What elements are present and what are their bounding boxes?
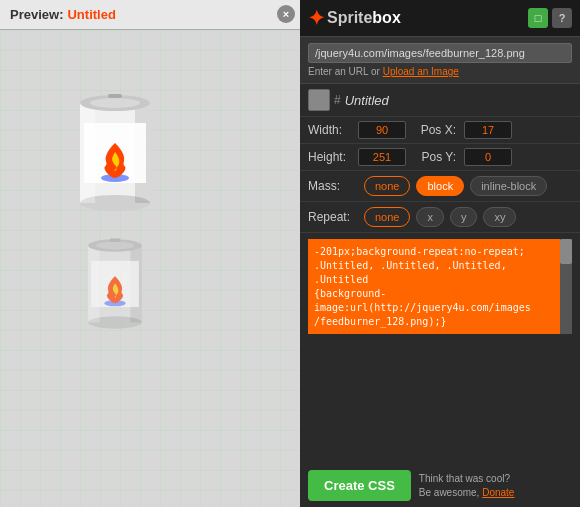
width-input[interactable] <box>358 121 406 139</box>
repeat-label: Repeat: <box>308 210 358 224</box>
logo-star-icon: ✦ <box>308 6 325 30</box>
create-css-button[interactable]: Create CSS <box>308 470 411 501</box>
repeat-none-button[interactable]: none <box>364 207 410 227</box>
repeat-x-button[interactable]: x <box>416 207 444 227</box>
upload-hint: Enter an URL or Upload an Image <box>308 66 572 77</box>
mass-row: Mass: none block inline-block <box>300 171 580 202</box>
svg-rect-18 <box>110 239 121 242</box>
help-button[interactable]: ? <box>552 8 572 28</box>
donate-link[interactable]: Donate <box>482 487 514 498</box>
mass-label: Mass: <box>308 179 358 193</box>
mass-inline-block-button[interactable]: inline-block <box>470 176 547 196</box>
can-image-2 <box>80 234 150 334</box>
width-label: Width: <box>308 123 350 137</box>
mass-block-button[interactable]: block <box>416 176 464 196</box>
color-swatch[interactable] <box>308 89 330 111</box>
height-input[interactable] <box>358 148 406 166</box>
hint-text: Enter an URL or <box>308 66 380 77</box>
sprite-name-input[interactable] <box>345 93 572 108</box>
hash-symbol: # <box>334 93 341 107</box>
donate-middle: Be awesome, Donate <box>419 486 515 500</box>
css-output-section: -201px;background-repeat:no-repeat; .Unt… <box>300 233 580 464</box>
maximize-button[interactable]: □ <box>528 8 548 28</box>
right-panel: ✦ Sprite box □ ? Enter an URL or Upload … <box>300 0 580 507</box>
scrollbar[interactable] <box>560 239 572 334</box>
mass-none-button[interactable]: none <box>364 176 410 196</box>
sprite-container <box>70 80 160 342</box>
css-output-textarea[interactable]: -201px;background-repeat:no-repeat; .Unt… <box>308 239 572 334</box>
donate-prefix: Think that was cool? <box>419 472 515 486</box>
spritebox-header: ✦ Sprite box □ ? <box>300 0 580 37</box>
can-image-1 <box>70 88 160 218</box>
posx-label: Pos X: <box>414 123 456 137</box>
header-icons: □ ? <box>528 8 572 28</box>
width-posx-row: Width: Pos X: <box>300 117 580 144</box>
repeat-y-button[interactable]: y <box>450 207 478 227</box>
spritebox-logo: ✦ Sprite box <box>308 6 401 30</box>
svg-point-17 <box>96 242 134 250</box>
canvas-area <box>0 30 300 507</box>
svg-point-7 <box>90 98 140 108</box>
url-section: Enter an URL or Upload an Image <box>300 37 580 84</box>
repeat-row: Repeat: none x y xy <box>300 202 580 233</box>
upload-link[interactable]: Upload an Image <box>383 66 459 77</box>
preview-title: Untitled <box>67 7 115 22</box>
svg-rect-8 <box>108 94 122 98</box>
height-label: Height: <box>308 150 350 164</box>
posx-input[interactable] <box>464 121 512 139</box>
name-row: # <box>300 84 580 117</box>
logo-sprite-text: Sprite <box>327 9 372 27</box>
left-panel: Preview: Untitled × <box>0 0 300 507</box>
height-posy-row: Height: Pos Y: <box>300 144 580 171</box>
posy-label: Pos Y: <box>414 150 456 164</box>
url-input[interactable] <box>308 43 572 63</box>
donate-text: Think that was cool? Be awesome, Donate <box>419 472 515 500</box>
create-row: Create CSS Think that was cool? Be aweso… <box>300 464 580 507</box>
close-button[interactable]: × <box>277 5 295 23</box>
preview-label: Preview: <box>10 7 63 22</box>
preview-header: Preview: Untitled × <box>0 0 300 30</box>
repeat-xy-button[interactable]: xy <box>483 207 516 227</box>
scrollbar-thumb[interactable] <box>560 239 572 264</box>
logo-box-text: box <box>372 9 400 27</box>
posy-input[interactable] <box>464 148 512 166</box>
